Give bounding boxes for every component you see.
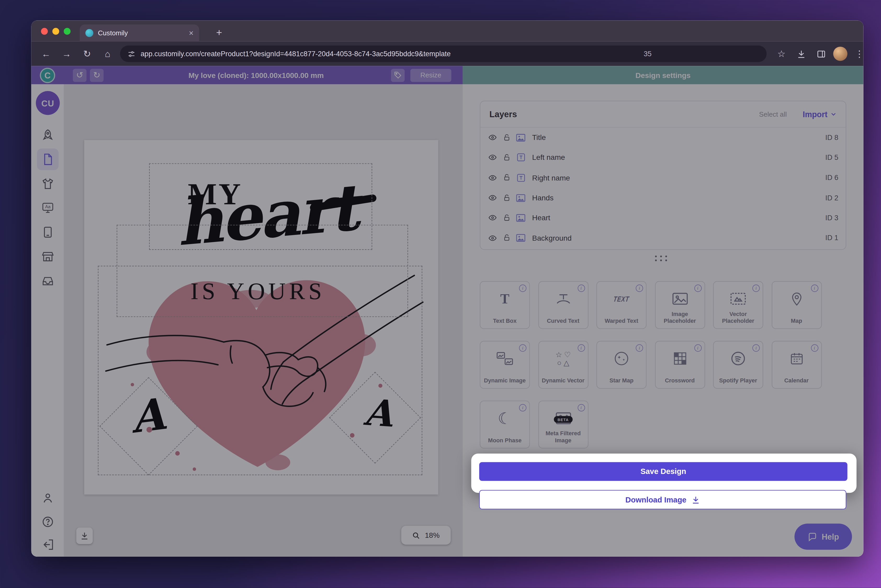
tab-title: Customily xyxy=(98,29,184,37)
close-window-button[interactable] xyxy=(41,28,48,35)
back-icon[interactable]: ← xyxy=(38,46,54,62)
browser-tab[interactable]: Customily × xyxy=(80,25,199,42)
url-suffix-text: 35 xyxy=(644,50,651,57)
download-icon xyxy=(692,495,700,504)
save-spotlight-card: Save Design xyxy=(471,453,856,493)
tab-close-icon[interactable]: × xyxy=(189,29,194,37)
wallpaper: Customily × + ← → ↻ ⌂ app.customily.com/… xyxy=(0,0,881,588)
download-image-label: Download Image xyxy=(626,495,686,504)
downloads-icon[interactable] xyxy=(793,46,809,62)
window-controls xyxy=(41,28,71,35)
browser-tabstrip: Customily × + xyxy=(32,20,863,42)
save-design-button[interactable]: Save Design xyxy=(479,462,848,481)
home-icon[interactable]: ⌂ xyxy=(100,46,116,62)
url-text: app.customily.com/createProduct1?designI… xyxy=(141,50,451,57)
toolbar-right: ☆ ⋮ xyxy=(773,46,863,62)
address-bar[interactable]: app.customily.com/createProduct1?designI… xyxy=(120,45,767,62)
tab-favicon-icon xyxy=(85,29,93,37)
maximize-window-button[interactable] xyxy=(64,28,71,35)
new-tab-button[interactable]: + xyxy=(212,25,227,40)
profile-avatar[interactable] xyxy=(833,46,847,61)
side-panel-icon[interactable] xyxy=(813,46,829,62)
site-settings-icon[interactable] xyxy=(128,50,135,57)
browser-toolbar: ← → ↻ ⌂ app.customily.com/createProduct1… xyxy=(32,42,863,66)
forward-icon[interactable]: → xyxy=(59,46,75,62)
menu-kebab-icon[interactable]: ⋮ xyxy=(851,46,863,62)
download-image-button[interactable]: Download Image xyxy=(479,490,846,509)
reload-icon[interactable]: ↻ xyxy=(79,46,95,62)
browser-window: Customily × + ← → ↻ ⌂ app.customily.com/… xyxy=(32,20,863,556)
minimize-window-button[interactable] xyxy=(52,28,59,35)
bookmark-star-icon[interactable]: ☆ xyxy=(773,46,789,62)
page-content: C ↺ ↻ My love (cloned): 1000.00x1000.00 … xyxy=(32,66,863,556)
